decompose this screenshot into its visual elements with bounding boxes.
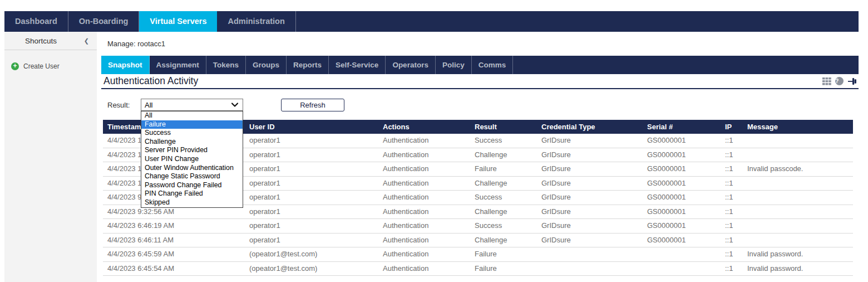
top-nav-item-dashboard[interactable]: Dashboard	[4, 11, 68, 32]
manage-label: Manage: rootacc1	[107, 40, 165, 48]
table-cell: operator1	[245, 219, 378, 233]
table-cell: Authentication	[378, 247, 470, 261]
table-cell: GrIDsure	[537, 162, 643, 176]
table-cell: 4/4/2023 6:45:54 AM	[103, 262, 245, 276]
top-nav: DashboardOn-BoardingVirtual ServersAdmin…	[4, 11, 859, 32]
dropdown-option-success[interactable]: Success	[141, 129, 243, 138]
table-cell: 4/4/2023 6:46:11 AM	[103, 234, 245, 247]
table-row: 4/4/2023 6:46:11 AMoperator1Authenticati…	[103, 234, 853, 248]
table-cell: operator1	[245, 162, 378, 176]
tab-self-service[interactable]: Self-Service	[329, 56, 386, 74]
table-cell: Authentication	[378, 148, 470, 162]
dropdown-option-failure[interactable]: Failure	[141, 120, 243, 129]
result-filter-label: Result:	[107, 101, 130, 109]
dropdown-option-server-pin-provided[interactable]: Server PIN Provided	[141, 146, 243, 155]
table-cell: GS0000001	[643, 162, 721, 176]
table-cell: Authentication	[378, 262, 470, 276]
table-cell: Authentication	[378, 234, 470, 247]
table-cell: Challenge	[470, 205, 537, 219]
table-cell	[743, 234, 853, 247]
table-cell: operator1	[245, 134, 378, 148]
table-cell	[743, 177, 853, 191]
table-cell: ::1	[721, 191, 743, 205]
column-header-serial-#: Serial #	[643, 120, 721, 134]
table-cell: GrIDsure	[537, 205, 643, 219]
dropdown-option-challenge[interactable]: Challenge	[141, 138, 243, 147]
column-header-message: Message	[743, 120, 853, 134]
help-icon[interactable]: ?	[835, 77, 844, 85]
top-nav-item-administration[interactable]: Administration	[217, 11, 295, 32]
dropdown-option-user-pin-change[interactable]: User PIN Change	[141, 155, 243, 164]
chevron-down-icon	[231, 103, 238, 107]
dropdown-option-pin-change-failed[interactable]: PIN Change Failed	[141, 189, 243, 198]
table-cell: operator1	[245, 148, 378, 162]
table-cell: GS0000001	[643, 234, 721, 247]
table-cell: Invalid password.	[743, 262, 853, 276]
tab-policy[interactable]: Policy	[436, 56, 472, 74]
result-dropdown: AllFailureSuccessChallengeServer PIN Pro…	[141, 111, 243, 208]
table-cell: Failure	[470, 262, 537, 276]
tab-comms[interactable]: Comms	[472, 56, 514, 74]
table-cell: Authentication	[378, 205, 470, 219]
dropdown-option-all[interactable]: All	[141, 111, 243, 120]
table-row: 4/4/2023 6:45:54 AM(opeator1@test.com)Au…	[103, 262, 853, 276]
column-header-result: Result	[470, 120, 537, 134]
table-cell: operator1	[245, 234, 378, 247]
dropdown-option-outer-window-authentication[interactable]: Outer Window Authentication	[141, 164, 243, 173]
table-cell: ::1	[721, 262, 743, 276]
tab-snapshot[interactable]: Snapshot	[101, 56, 150, 74]
page-title: Authentication Activity	[103, 75, 198, 87]
table-cell: operator1	[245, 205, 378, 219]
table-cell	[743, 134, 853, 148]
tab-reports[interactable]: Reports	[287, 56, 329, 74]
table-cell: ::1	[721, 162, 743, 176]
table-cell: Success	[470, 219, 537, 233]
table-cell: GrIDsure	[537, 234, 643, 247]
table-cell: GrIDsure	[537, 177, 643, 191]
table-cell	[743, 219, 853, 233]
dropdown-option-change-static-password[interactable]: Change Static Password	[141, 172, 243, 181]
tab-groups[interactable]: Groups	[246, 56, 287, 74]
refresh-button[interactable]: Refresh	[281, 99, 344, 111]
table-cell: ::1	[721, 205, 743, 219]
column-header-user-id: User ID	[245, 120, 378, 134]
table-cell: ::1	[721, 134, 743, 148]
header-icons: ?	[822, 77, 857, 86]
pushpin-icon[interactable]	[847, 77, 857, 86]
create-user-label: Create User	[23, 62, 60, 70]
result-select-value: All	[145, 101, 152, 109]
table-cell: Authentication	[378, 177, 470, 191]
table-grid-icon[interactable]	[822, 77, 831, 85]
table-row: 4/4/2023 6:46:19 AMoperator1Authenticati…	[103, 219, 853, 234]
collapse-sidebar-icon[interactable]: ❮	[84, 37, 89, 45]
table-cell: ::1	[721, 247, 743, 261]
result-select[interactable]: All	[141, 99, 243, 111]
table-cell: ::1	[721, 234, 743, 247]
table-cell: GS0000001	[643, 191, 721, 205]
sidebar-item-create-user[interactable]: + Create User	[4, 62, 97, 70]
table-cell: Invalid password.	[743, 247, 853, 261]
table-cell: Success	[470, 134, 537, 148]
table-cell: GrIDsure	[537, 134, 643, 148]
top-nav-item-on-boarding[interactable]: On-Boarding	[68, 11, 140, 32]
table-cell: Challenge	[470, 148, 537, 162]
dropdown-option-skipped[interactable]: Skipped	[141, 198, 243, 207]
table-cell	[643, 247, 721, 261]
table-cell: operator1	[245, 177, 378, 191]
tab-operators[interactable]: Operators	[386, 56, 436, 74]
column-header-actions: Actions	[378, 120, 470, 134]
plus-circle-icon: +	[11, 62, 19, 70]
filter-controls: Result: All Refresh	[101, 99, 859, 111]
shortcuts-header[interactable]: Shortcuts ❮	[4, 32, 97, 50]
tab-tokens[interactable]: Tokens	[206, 56, 246, 74]
table-cell: Failure	[470, 247, 537, 261]
table-row: 4/4/2023 6:45:59 AM(opeator1@test.com)Au…	[103, 247, 853, 262]
table-cell	[537, 247, 643, 261]
top-nav-item-virtual-servers[interactable]: Virtual Servers	[139, 11, 217, 32]
tab-assignment[interactable]: Assignment	[150, 56, 206, 74]
dropdown-option-password-change-failed[interactable]: Password Change Failed	[141, 181, 243, 190]
table-cell: ::1	[721, 219, 743, 233]
table-cell	[643, 262, 721, 276]
table-cell: (opeator1@test.com)	[245, 262, 378, 276]
table-cell: 4/4/2023 6:46:19 AM	[103, 219, 245, 233]
